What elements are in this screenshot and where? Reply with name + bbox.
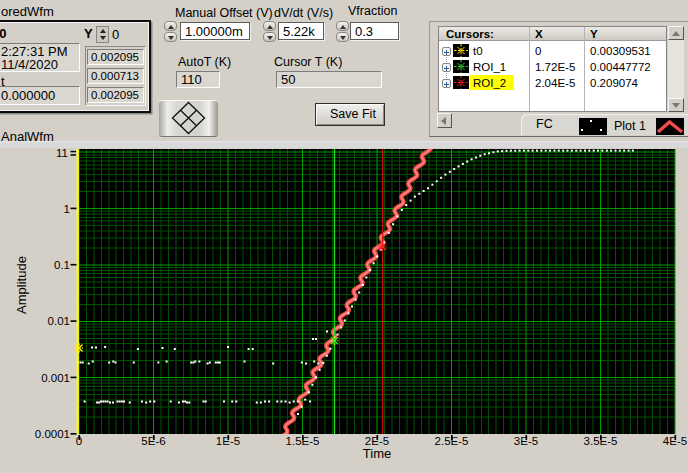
svg-text:0.01: 0.01 [48, 315, 70, 327]
svg-text:4E-5: 4E-5 [663, 435, 687, 447]
svg-text:0: 0 [76, 435, 82, 447]
svg-text:1: 1 [64, 203, 70, 215]
svg-text:Amplitude: Amplitude [14, 256, 29, 314]
svg-text:3.5E-5: 3.5E-5 [584, 435, 618, 447]
svg-text:Time: Time [363, 446, 391, 461]
svg-text:0.1: 0.1 [54, 259, 70, 271]
svg-text:0.001: 0.001 [41, 372, 70, 384]
svg-text:1E-5: 1E-5 [216, 435, 240, 447]
svg-text:5E-6: 5E-6 [141, 435, 165, 447]
svg-text:1.5E-5: 1.5E-5 [286, 435, 320, 447]
svg-text:0.0001: 0.0001 [35, 428, 70, 440]
svg-text:2.5E-5: 2.5E-5 [435, 435, 469, 447]
svg-text:3E-5: 3E-5 [514, 435, 538, 447]
svg-text:11: 11 [56, 147, 68, 159]
